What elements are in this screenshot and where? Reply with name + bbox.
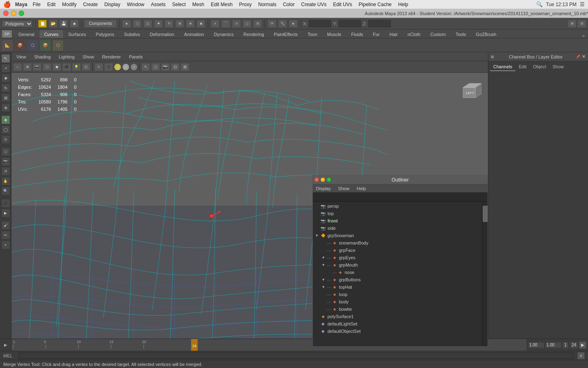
outliner-maximize[interactable] [327, 177, 331, 182]
vp-persp[interactable]: 📷 [33, 63, 42, 71]
playback-end[interactable] [545, 342, 561, 348]
show-manip[interactable]: ⊙ [1, 135, 10, 144]
vp-shadow[interactable]: ◫ [82, 63, 91, 71]
menu-pipeline[interactable]: Pipeline Cache [356, 0, 394, 9]
list-item[interactable]: ▼ — ◆ topHat [313, 283, 482, 291]
outliner-help-menu[interactable]: Help [355, 185, 368, 192]
shelf-tab-dynamics[interactable]: Dynamics [209, 30, 238, 38]
vp-select-all[interactable]: ⊞ [23, 63, 32, 71]
view-menu[interactable]: View [15, 54, 28, 60]
vp-cam2[interactable]: 📷 [161, 63, 170, 71]
outliner-search-input[interactable] [314, 195, 486, 200]
paint-select-tool[interactable]: ↗ [1, 64, 10, 73]
shelf-icon-3[interactable]: ⬡ [27, 40, 38, 51]
universal-icon[interactable]: ⊕ [186, 20, 195, 28]
shelf-tab-painteffects[interactable]: PaintEffects [270, 30, 303, 38]
menu-edit-uvs[interactable]: Edit UVs [330, 0, 355, 9]
lighting-menu[interactable]: Lighting [57, 54, 76, 60]
outliner-minimize[interactable] [321, 177, 325, 182]
list-item[interactable]: — ◆ bowtie [313, 305, 482, 313]
cp-icon[interactable]: CP [2, 30, 12, 38]
shelf-icon-1[interactable]: 📐 [2, 40, 13, 51]
scale-icon[interactable]: ⊞ [175, 20, 184, 28]
vp-toggle[interactable]: ⊞ [180, 63, 189, 71]
maximize-button[interactable] [19, 11, 24, 16]
universal-manip[interactable]: ⊕ [1, 103, 10, 112]
vp-light1[interactable]: ○ [114, 63, 121, 71]
render-quality-icon[interactable]: ◈ [289, 20, 298, 28]
fur-brush[interactable]: ⌖ [1, 240, 10, 249]
artisan-brush[interactable]: ✏ [1, 231, 10, 240]
cb-tab-edit[interactable]: Edit [515, 63, 530, 71]
cb-tab-show[interactable]: Show [549, 63, 567, 71]
list-item[interactable]: ◉ defaultObjectSet [313, 328, 482, 335]
menu-create-uvs[interactable]: Create UVs [298, 0, 330, 9]
save-icon[interactable]: 💾 [59, 20, 68, 28]
shelf-tab-custom[interactable]: Custom [426, 30, 450, 38]
list-item[interactable]: 📷 persp [313, 202, 482, 210]
list-item[interactable]: — ◆ nose [313, 269, 482, 276]
vp-select-tool2[interactable]: ↖ [141, 63, 150, 71]
vp-home[interactable]: ⌂ [13, 63, 22, 71]
shelf-tab-polygons[interactable]: Polygons [91, 30, 118, 38]
vp-grid[interactable]: # [94, 63, 103, 71]
list-item[interactable]: — ◆ snowmanBody [313, 239, 482, 247]
shelf-tab-rendering[interactable]: Rendering [239, 30, 269, 38]
list-item[interactable]: ▼ 🔶 grpSnowman [313, 232, 482, 239]
shelf-tab-fur[interactable]: Fur [368, 30, 384, 38]
paint-icon[interactable]: ◫ [143, 20, 152, 28]
view-cube[interactable]: ⬡ [1, 147, 10, 156]
list-item[interactable]: ▼ — ◆ grpMouth [313, 261, 482, 269]
timeline-collapse-icon[interactable]: ▶ [0, 343, 11, 347]
shelf-icon-2[interactable]: 📦 [14, 40, 26, 51]
menu-create[interactable]: Create [80, 0, 100, 9]
y-input[interactable] [339, 20, 361, 27]
menu-edit[interactable]: Edit [44, 0, 58, 9]
shelf-tab-hair[interactable]: Hair [385, 30, 402, 38]
scale-tool[interactable]: ⊞ [1, 93, 10, 102]
vp-shaded[interactable]: ◼ [52, 63, 61, 71]
shelf-tab-toon[interactable]: Toon [303, 30, 322, 38]
menu-color[interactable]: Color [280, 0, 298, 9]
render-icon[interactable]: ■ [70, 20, 79, 28]
snap-curve-icon[interactable]: ⌒ [221, 20, 230, 28]
vp-textured[interactable]: ⬛ [62, 63, 71, 71]
new-scene-icon[interactable]: 📄 [38, 20, 47, 28]
x-input[interactable] [309, 20, 331, 27]
apple-menu[interactable]: 🍎 [3, 1, 11, 8]
move-icon[interactable]: ✚ [154, 20, 163, 28]
outliner-scrollbar[interactable] [482, 202, 488, 346]
menu-assets[interactable]: Assets [148, 0, 168, 9]
menu-normals[interactable]: Normals [255, 0, 279, 9]
soft-mod-tool[interactable]: ◉ [1, 115, 10, 124]
list-item[interactable]: — ◆ loop [313, 291, 482, 298]
select-tool[interactable]: ↖ [1, 54, 10, 63]
select-icon[interactable]: ◈ [122, 20, 131, 28]
shelf-tab-fluids[interactable]: Fluids [347, 30, 368, 38]
shelf-tab-subdivs[interactable]: Subdivs [120, 30, 145, 38]
rotate-tool[interactable]: ↻ [1, 83, 10, 92]
script-icon[interactable]: ≡ [577, 352, 585, 359]
show-menu[interactable]: Show [81, 54, 96, 60]
rotate-icon[interactable]: ↻ [165, 20, 174, 28]
outliner-display-menu[interactable]: Display [314, 185, 332, 192]
soft-select-icon[interactable]: ◉ [196, 20, 205, 28]
shelf-tab-animation[interactable]: Animation [180, 30, 209, 38]
move-tool[interactable]: ✚ [1, 74, 10, 83]
menu-proxy[interactable]: Proxy [236, 0, 255, 9]
orientation-cube[interactable]: LEFT [457, 79, 481, 104]
list-item[interactable]: ▼ — ◆ grpEyes [313, 254, 482, 261]
list-item[interactable]: ◆ polySurface1 [313, 313, 482, 320]
shelf-tab-ncloth[interactable]: nCloth [403, 30, 425, 38]
list-item[interactable]: ◉ defaultLightSet [313, 320, 482, 328]
shelf-icon-4[interactable]: 📦 [40, 40, 51, 51]
sculpt-tool[interactable]: ◯ [1, 125, 10, 134]
mode-select[interactable]: Polygons [2, 20, 33, 27]
vp-wire[interactable]: ⬡ [42, 63, 51, 71]
construction-icon[interactable]: 🔧 [278, 20, 287, 28]
snap-view-icon[interactable]: ⊟ [253, 20, 262, 28]
list-item[interactable]: 📷 front [313, 217, 482, 224]
layout-icon[interactable]: ⊞ [568, 20, 577, 28]
renderer-menu[interactable]: Renderer [100, 54, 122, 60]
z-input[interactable] [368, 20, 391, 27]
